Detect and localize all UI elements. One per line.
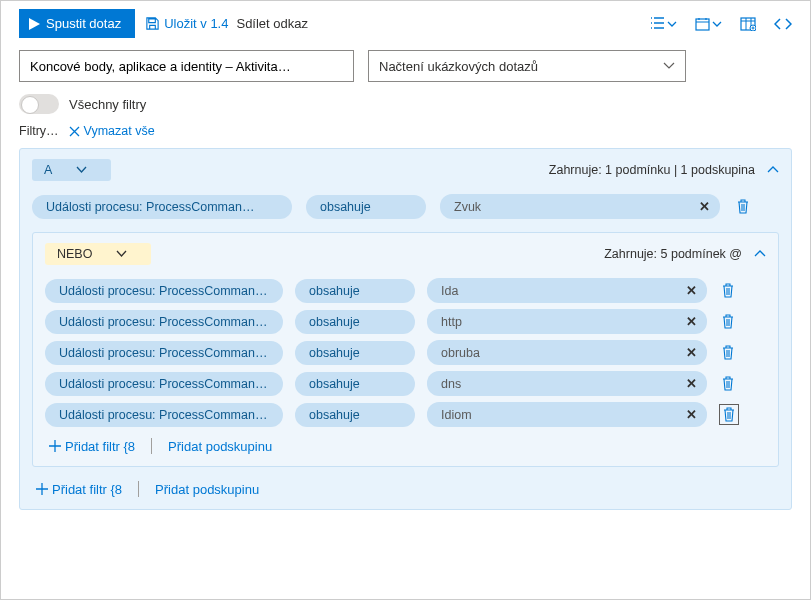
plus-icon [36,483,48,495]
field-pill[interactable]: Události procesu: ProcessComman… [45,403,283,427]
group-summary: Zahrnuje: 1 podmínku | 1 podskupina [549,163,755,177]
collapse-icon[interactable] [754,250,766,258]
field-pill[interactable]: Události procesu: ProcessComman… [45,372,283,396]
root-group-panel: A Zahrnuje: 1 podmínku | 1 podskupina Ud… [19,148,792,510]
value-text: http [441,315,462,329]
value-text: dns [441,377,461,391]
run-query-button[interactable]: Spustit dotaz [19,9,135,38]
add-filter-button[interactable]: Přidat filtr {8 [36,482,122,497]
operator-label: NEBO [57,247,92,261]
close-icon [69,126,80,137]
plus-icon [49,440,61,452]
value-pill[interactable]: Zvuk ✕ [440,194,720,219]
operator-label: A [44,163,52,177]
value-text: obruba [441,346,480,360]
clear-value-icon[interactable]: ✕ [686,283,697,298]
collapse-icon[interactable] [767,166,779,174]
subgroup-add-row: Přidat filtr {8 Přidat podskupinu [45,430,766,456]
condition-row: Události procesu: ProcessComman…obsahuje… [45,399,766,430]
delete-icon[interactable] [719,281,737,300]
chevron-down-icon [667,19,677,29]
field-pill[interactable]: Události procesu: ProcessComman… [32,195,292,219]
toolbar: Spustit dotaz Uložit v 1.4 Sdílet odkaz [1,1,810,46]
add-subgroup-button[interactable]: Přidat podskupinu [168,439,272,454]
clear-value-icon[interactable]: ✕ [686,376,697,391]
scope-input[interactable] [19,50,354,82]
condition-row: Události procesu: ProcessComman…obsahuje… [45,337,766,368]
field-pill[interactable]: Události procesu: ProcessComman… [45,310,283,334]
value-pill[interactable]: dns✕ [427,371,707,396]
group-meta: Zahrnuje: 1 podmínku | 1 podskupina [549,163,779,177]
group-operator-chip[interactable]: A [32,159,111,181]
clear-value-icon[interactable]: ✕ [686,345,697,360]
clear-value-icon[interactable]: ✕ [699,199,710,214]
add-filter-label: Přidat filtr {8 [52,482,122,497]
chevron-down-icon [76,166,87,174]
subgroup-operator-chip[interactable]: NEBO [45,243,151,265]
field-pill[interactable]: Události procesu: ProcessComman… [45,341,283,365]
root-add-row: Přidat filtr {8 Přidat podskupinu [32,473,779,499]
value-text: Zvuk [454,200,481,214]
all-filters-row: Všechny filtry [1,90,810,124]
calendar-icon[interactable] [695,17,722,31]
delete-icon[interactable] [719,343,737,362]
save-button[interactable]: Uložit v 1.4 [145,16,228,31]
subgroup-panel: NEBO Zahrnuje: 5 podmínek @ Události pro… [32,232,779,467]
delete-icon[interactable] [719,312,737,331]
operator-pill[interactable]: obsahuje [295,372,415,396]
value-pill[interactable]: obruba✕ [427,340,707,365]
condition-row: Události procesu: ProcessComman…obsahuje… [45,275,766,306]
svg-rect-0 [696,19,709,30]
add-filter-button[interactable]: Přidat filtr {8 [49,439,135,454]
dropdown-label: Načtení ukázkových dotazů [379,59,538,74]
group-header: A Zahrnuje: 1 podmínku | 1 podskupina [32,159,779,181]
condition-row: Události procesu: ProcessComman…obsahuje… [45,368,766,399]
chevron-down-icon [712,19,722,29]
separator [151,438,152,454]
columns-icon[interactable] [740,17,756,31]
value-pill[interactable]: Ida✕ [427,278,707,303]
operator-pill[interactable]: obsahuje [295,279,415,303]
chevron-down-icon [663,62,675,70]
field-pill[interactable]: Události procesu: ProcessComman… [45,279,283,303]
value-pill[interactable]: http✕ [427,309,707,334]
subgroup-header: NEBO Zahrnuje: 5 podmínek @ [45,243,766,265]
separator [138,481,139,497]
value-text: Idiom [441,408,472,422]
sample-queries-dropdown[interactable]: Načtení ukázkových dotazů [368,50,686,82]
condition-row: Události procesu: ProcessComman…obsahuje… [45,306,766,337]
subgroup-meta: Zahrnuje: 5 podmínek @ [604,247,766,261]
play-icon [29,18,40,30]
inputs-row: Načtení ukázkových dotazů [1,46,810,90]
condition-row: Události procesu: ProcessComman… obsahuj… [32,191,779,222]
save-label: Uložit v 1.4 [164,16,228,31]
list-view-icon[interactable] [650,17,677,30]
delete-icon[interactable] [719,404,739,425]
filters-label: Filtry… [19,124,59,138]
save-icon [145,16,160,31]
toolbar-right [650,17,792,31]
run-label: Spustit dotaz [46,16,121,31]
code-icon[interactable] [774,18,792,30]
value-text: Ida [441,284,458,298]
operator-pill[interactable]: obsahuje [306,195,426,219]
operator-pill[interactable]: obsahuje [295,403,415,427]
all-filters-toggle[interactable] [19,94,59,114]
filters-bar: Filtry… Vymazat vše [1,124,810,148]
add-subgroup-button[interactable]: Přidat podskupinu [155,482,259,497]
operator-pill[interactable]: obsahuje [295,341,415,365]
add-filter-label: Přidat filtr {8 [65,439,135,454]
all-filters-label: Všechny filtry [69,97,146,112]
value-pill[interactable]: Idiom✕ [427,402,707,427]
chevron-down-icon [116,250,127,258]
clear-label: Vymazat vše [84,124,155,138]
clear-all-button[interactable]: Vymazat vše [69,124,155,138]
delete-icon[interactable] [719,374,737,393]
delete-icon[interactable] [734,197,752,216]
clear-value-icon[interactable]: ✕ [686,407,697,422]
operator-pill[interactable]: obsahuje [295,310,415,334]
subgroup-summary: Zahrnuje: 5 podmínek @ [604,247,742,261]
share-link[interactable]: Sdílet odkaz [236,16,308,31]
clear-value-icon[interactable]: ✕ [686,314,697,329]
